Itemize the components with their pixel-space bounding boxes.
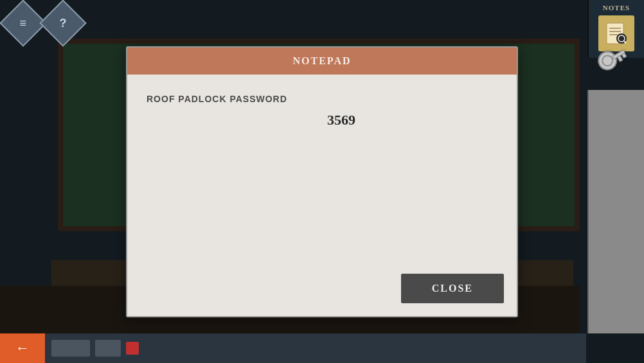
close-button[interactable]: CLOSE	[401, 274, 504, 303]
modal-header: NOTEPAD	[127, 48, 517, 75]
notepad-modal: NOTEPAD ROOF PADLOCK PASSWORD 3569 CLOSE	[126, 46, 518, 317]
modal-title: NOTEPAD	[292, 55, 351, 66]
note-label: ROOF PADLOCK PASSWORD	[147, 94, 497, 104]
modal-footer: CLOSE	[127, 267, 517, 316]
note-value: 3569	[185, 112, 497, 128]
modal-overlay: NOTEPAD ROOF PADLOCK PASSWORD 3569 CLOSE	[0, 0, 644, 363]
modal-body: ROOF PADLOCK PASSWORD 3569	[127, 75, 517, 267]
